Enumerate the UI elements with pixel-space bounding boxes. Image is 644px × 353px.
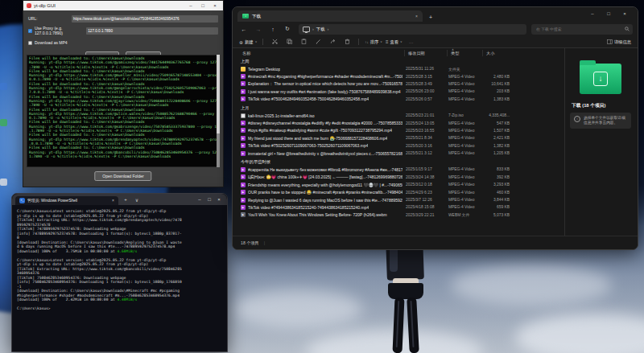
- video-icon: ▶: [241, 74, 246, 79]
- desktop-shortcut-icon[interactable]: [0, 119, 7, 126]
- video-icon: ▶: [241, 167, 246, 172]
- file-size: 5,073 KB: [481, 213, 516, 217]
- breadcrumb[interactable]: › 下载 ›: [299, 24, 526, 35]
- refresh-icon[interactable]: ↻: [281, 26, 294, 32]
- file-name: ▶OUR pranks have to be stopped 😂 #minecr…: [239, 190, 402, 195]
- item-count: 18 个项目: [241, 240, 259, 246]
- column-date[interactable]: 修改日期: [404, 50, 447, 56]
- file-row[interactable]: ▶You'll Wish You Knew About This Windows…: [237, 211, 558, 219]
- desktop-shortcut-icon[interactable]: [0, 83, 7, 90]
- file-size: 1,205 KB: [481, 151, 516, 155]
- maximize-icon[interactable]: □: [601, 9, 617, 18]
- ytdlp-titlebar[interactable]: yt-dlp GUI – □ ×: [23, 1, 223, 10]
- explorer-tabbar[interactable]: ↓ 下载 × + – □ ×: [233, 7, 638, 22]
- file-name: ▶My friend just stood there and watch me…: [239, 136, 402, 141]
- copy-icon[interactable]: [283, 39, 295, 45]
- video-icon: ▶: [241, 136, 246, 141]
- minimize-icon[interactable]: –: [195, 195, 204, 204]
- file-row[interactable]: ▶My friend just stood there and watch me…: [237, 134, 558, 142]
- file-name: ▶TikTok video #7500462849460352458-75004…: [239, 96, 402, 101]
- powershell-tab[interactable]: >_ 管理员: Windows PowerShell ×: [15, 196, 118, 205]
- file-row[interactable]: ▶immaterial girl • New @breathedivinity …: [237, 150, 558, 157]
- chevron-down-icon: ∨: [255, 40, 258, 43]
- group-label[interactable]: 今年的早些时候: [237, 157, 558, 166]
- file-size: 3,844 KB: [481, 198, 516, 202]
- details-pane-toggle[interactable]: 详细信息: [607, 39, 631, 45]
- proxy-input[interactable]: [86, 27, 218, 35]
- file-type: MPEG-4 Video: [445, 144, 481, 148]
- tab-dropdown-icon[interactable]: ∨: [133, 197, 141, 203]
- url-input[interactable]: [72, 15, 218, 23]
- powershell-titlebar[interactable]: >_ 管理员: Windows PowerShell × + ∨ – □ ×: [12, 194, 227, 205]
- minimize-icon[interactable]: –: [186, 1, 196, 10]
- terminal-output[interactable]: C:\Users\kasus>Latest version: stable@20…: [12, 205, 227, 315]
- file-date: 2025/3/24 14:38: [402, 175, 445, 179]
- search-box[interactable]: [531, 24, 633, 35]
- file-row[interactable]: kali-linux-2025.1c-installer-amd64.iso20…: [237, 112, 558, 119]
- file-row[interactable]: ▶#toys #gifts #makeup #satisfying #asmr …: [237, 127, 558, 134]
- forward-icon[interactable]: →: [252, 27, 265, 32]
- file-row[interactable]: ▶Friendship means everything, especially…: [237, 181, 558, 188]
- file-row[interactable]: ▶TikTok video #7500462849460352458-75004…: [237, 96, 558, 103]
- file-row[interactable]: ▶TikTok video #7502526071109067063-75025…: [237, 142, 558, 150]
- terminal-line: C:\Users\kasus>: [17, 306, 222, 311]
- sort-button[interactable]: ↑↓ 排序 ∨: [365, 39, 382, 45]
- more-options-icon[interactable]: …: [406, 39, 417, 44]
- file-row[interactable]: ▶#disney #disneychannel #nostalgia #edit…: [237, 119, 558, 126]
- info-icon: i: [574, 116, 580, 122]
- delete-icon[interactable]: [341, 39, 353, 45]
- file-size: 392 KB: [481, 175, 516, 179]
- file-type: MPEG-4 Video: [445, 205, 481, 209]
- close-icon[interactable]: ×: [617, 9, 633, 18]
- paste-icon[interactable]: [298, 39, 309, 45]
- group-label[interactable]: 上月: [237, 103, 558, 112]
- new-button[interactable]: ⊕ 新建 ∨: [239, 39, 257, 45]
- new-tab-icon[interactable]: +: [429, 14, 432, 20]
- close-icon[interactable]: ×: [210, 1, 220, 10]
- open-download-folder-button[interactable]: Open Download Folder: [94, 171, 151, 181]
- share-icon[interactable]: [327, 39, 338, 45]
- file-date: 2025/5/23 21:01: [402, 113, 445, 117]
- column-name[interactable]: 名称: [239, 50, 404, 56]
- new-tab-icon[interactable]: +: [122, 197, 130, 202]
- cut-icon[interactable]: [269, 39, 280, 45]
- downloads-tab[interactable]: ↓ 下载 ×: [237, 10, 423, 22]
- download-arrow-icon: ↓: [593, 72, 608, 86]
- back-icon[interactable]: ←: [237, 27, 250, 32]
- file-date: 2025/5/21 8:34: [402, 136, 445, 140]
- rename-icon[interactable]: [312, 39, 324, 45]
- column-size[interactable]: 大小: [482, 50, 518, 56]
- up-icon[interactable]: ↑: [266, 27, 279, 32]
- file-name: ▶You'll Wish You Knew About This Windows…: [239, 212, 402, 217]
- file-name: ▶TikTok video #7502526071109067063-75025…: [239, 143, 402, 148]
- maximize-icon[interactable]: □: [204, 195, 214, 204]
- group-label[interactable]: 上周: [237, 56, 558, 65]
- minimize-icon[interactable]: –: [584, 9, 601, 18]
- log-scrollbar[interactable]: [217, 55, 220, 167]
- log-line: 1:7890 -U -o %(title)s-%(id)s.%(ext)s -P…: [29, 154, 217, 158]
- file-date: 2025/5/28 3:15: [402, 75, 445, 79]
- tab-close-icon[interactable]: ×: [112, 198, 114, 203]
- desktop-shortcut-icon[interactable]: [0, 179, 7, 186]
- file-size: 547 KB: [481, 121, 516, 125]
- file-row[interactable]: ▶OUR pranks have to be stopped 😂 #minecr…: [237, 188, 558, 195]
- file-row[interactable]: ▶I just wanna wear my outfits #art #anim…: [237, 88, 558, 95]
- file-row[interactable]: ▶Explanation： The sensor in optical mice…: [237, 80, 558, 88]
- tab-close-icon[interactable]: ×: [415, 14, 418, 18]
- breadcrumb-downloads[interactable]: 下载: [316, 27, 325, 32]
- file-row[interactable]: ▶#cappemita Не выкидывету без можеговки …: [237, 166, 558, 173]
- proxy-checkbox[interactable]: ✓: [28, 29, 32, 33]
- mp4-checkbox[interactable]: [28, 41, 32, 45]
- file-row[interactable]: ▶Replying to @Juan I wasted 6 days runni…: [237, 196, 558, 203]
- file-row[interactable]: ▶TikTok video #7494438634185215240-74944…: [237, 203, 558, 211]
- file-name: Telegram Desktop: [239, 67, 402, 72]
- file-row[interactable]: ▶ЦЁ|Н|юн: 😳💗 china 100k+✈💗 [24.03.2025] …: [237, 174, 558, 181]
- search-input[interactable]: [535, 27, 625, 32]
- file-row[interactable]: Telegram Desktop2025/5/31 11:26文件夹: [237, 65, 558, 72]
- file-row[interactable]: ▶#minecraft #mc #pcgaming #higherperform…: [237, 72, 558, 80]
- view-button[interactable]: ≡ 查看 ∨: [386, 39, 402, 45]
- close-icon[interactable]: ×: [214, 195, 224, 204]
- file-date: 2025/5/28 3:49: [402, 82, 445, 86]
- powershell-tab-title: 管理员: Windows PowerShell: [27, 198, 109, 203]
- maximize-icon[interactable]: □: [198, 1, 208, 10]
